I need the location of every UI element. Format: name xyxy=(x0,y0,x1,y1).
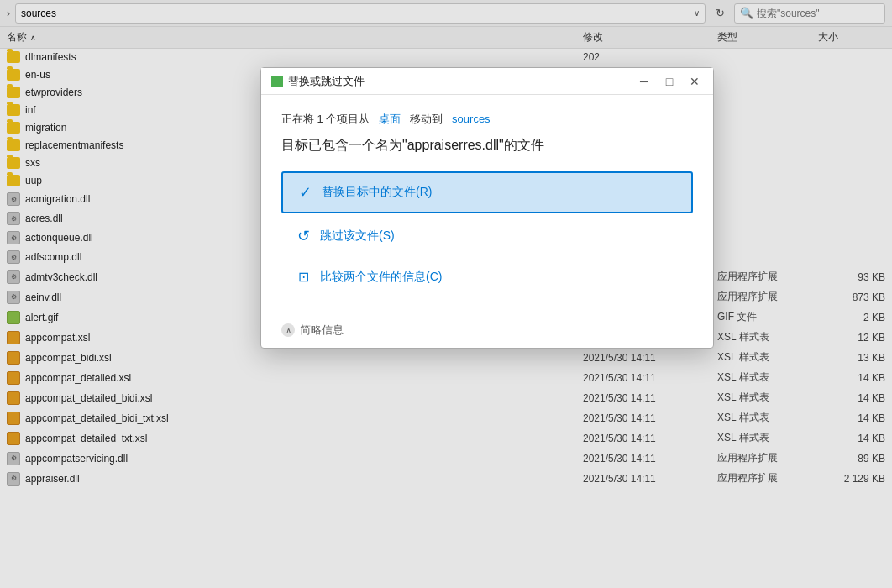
destination-link[interactable]: sources xyxy=(452,113,491,125)
dialog-options: ✓ 替换目标中的文件(R) ↺ 跳过该文件(S) ⊡ 比较两个文件的信息(C) xyxy=(281,171,693,295)
skip-label: 跳过该文件(S) xyxy=(320,228,395,244)
dialog-title-controls: ─ □ ✕ xyxy=(632,72,706,91)
dialog-title-text: 替换或跳过文件 xyxy=(288,74,365,89)
dialog-body: 正在将 1 个项目从 桌面 移动到 sources 目标已包含一个名为"appr… xyxy=(261,95,713,312)
close-button[interactable]: ✕ xyxy=(683,72,706,91)
minimize-button[interactable]: ─ xyxy=(632,72,656,91)
source-link[interactable]: 桌面 xyxy=(379,113,401,125)
compare-option[interactable]: ⊡ 比较两个文件的信息(C) xyxy=(281,259,693,295)
dialog-title-left: 替换或跳过文件 xyxy=(271,74,365,89)
skip-icon: ↺ xyxy=(295,227,312,245)
compare-icon: ⊡ xyxy=(295,269,312,285)
chevron-up-icon: ∧ xyxy=(281,323,295,337)
replace-option[interactable]: ✓ 替换目标中的文件(R) xyxy=(281,171,693,213)
dialog-move-text: 正在将 1 个项目从 桌面 移动到 sources xyxy=(281,112,693,127)
replace-dialog: 替换或跳过文件 ─ □ ✕ 正在将 1 个项目从 桌面 移动到 sources … xyxy=(260,67,714,349)
dialog-filename-text: 目标已包含一个名为"appraiserres.dll"的文件 xyxy=(281,137,693,155)
skip-option[interactable]: ↺ 跳过该文件(S) xyxy=(281,217,693,255)
footer-toggle[interactable]: ∧ 简略信息 xyxy=(281,323,344,338)
compare-label: 比较两个文件的信息(C) xyxy=(320,270,442,285)
maximize-button[interactable]: □ xyxy=(658,72,681,91)
dialog-footer: ∧ 简略信息 xyxy=(261,312,713,348)
dialog-title-bar: 替换或跳过文件 ─ □ ✕ xyxy=(261,68,713,95)
dialog-app-icon xyxy=(271,76,283,87)
footer-label: 简略信息 xyxy=(300,323,344,338)
replace-label: 替换目标中的文件(R) xyxy=(322,185,432,200)
replace-icon: ✓ xyxy=(296,183,313,202)
dialog-overlay: 替换或跳过文件 ─ □ ✕ 正在将 1 个项目从 桌面 移动到 sources … xyxy=(0,0,892,588)
